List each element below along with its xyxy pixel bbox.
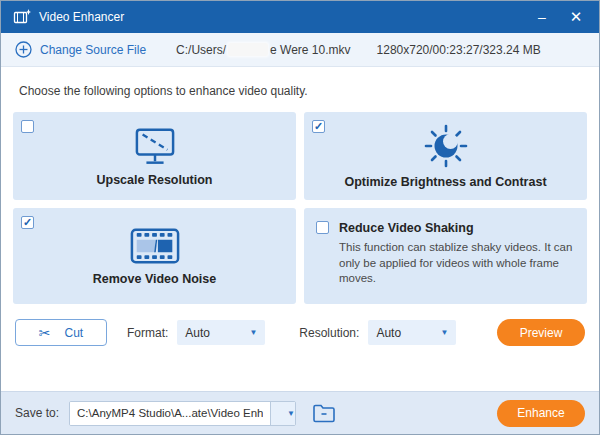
reduce-shaking-description: This function can stablize shaky videos.… (339, 240, 573, 287)
redacted-username (228, 43, 268, 56)
source-file-info: 1280x720/00:23:27/323.24 MB (377, 43, 541, 57)
option-card-upscale-resolution[interactable]: Upscale Resolution (13, 112, 296, 200)
save-path-field: ▼ (69, 401, 296, 426)
format-value: Auto (185, 326, 210, 340)
optimize-brightness-checkbox[interactable] (312, 120, 325, 133)
scissors-icon: ✂ (39, 326, 51, 340)
remove-noise-label: Remove Video Noise (93, 272, 216, 286)
save-bar: Save to: ▼ Enhance (1, 391, 599, 434)
toolbar: ✂ Cut Format: Auto ▼ Resolution: Auto ▼ … (15, 319, 585, 346)
film-strip-icon (130, 227, 180, 265)
save-path-input[interactable] (70, 402, 270, 425)
resolution-label: Resolution: (299, 326, 359, 340)
resolution-value: Auto (376, 326, 401, 340)
change-source-file-button[interactable]: Change Source File (15, 41, 146, 58)
minimize-button[interactable]: – (525, 1, 559, 33)
window-title: Video Enhancer (39, 10, 124, 24)
monitor-upscale-icon (132, 126, 178, 166)
brightness-sun-icon (424, 124, 468, 168)
upscale-resolution-label: Upscale Resolution (97, 173, 213, 187)
optimize-brightness-label: Optimize Brightness and Contrast (344, 175, 546, 189)
preview-button[interactable]: Preview (497, 319, 585, 346)
app-film-star-icon (13, 9, 31, 25)
plus-circle-icon (15, 41, 32, 58)
enhance-options-grid: Upscale Resolution (13, 112, 587, 304)
titlebar: Video Enhancer – ✕ (1, 1, 599, 33)
open-folder-button[interactable] (312, 404, 336, 423)
close-button[interactable]: ✕ (559, 1, 593, 33)
option-card-optimize-brightness[interactable]: Optimize Brightness and Contrast (304, 112, 587, 200)
cut-button[interactable]: ✂ Cut (15, 319, 107, 346)
reduce-shaking-checkbox[interactable] (316, 221, 329, 234)
source-file-path: C:/Users/e Were 10.mkv (176, 43, 351, 57)
folder-icon (312, 404, 336, 423)
upscale-resolution-checkbox[interactable] (21, 120, 34, 133)
save-path-dropdown-button[interactable]: ▼ (270, 402, 295, 425)
chevron-down-icon: ▼ (249, 328, 257, 337)
save-to-label: Save to: (15, 406, 59, 420)
option-card-reduce-shaking[interactable]: Reduce Video Shaking This function can s… (304, 208, 587, 304)
enhance-button[interactable]: Enhance (497, 400, 585, 427)
change-source-file-label: Change Source File (40, 43, 146, 57)
source-file-bar: Change Source File C:/Users/e Were 10.mk… (1, 33, 599, 67)
video-enhancer-window: Video Enhancer – ✕ Change Source File C:… (0, 0, 600, 435)
reduce-shaking-label: Reduce Video Shaking (339, 221, 573, 235)
chevron-down-icon: ▼ (440, 328, 448, 337)
chevron-down-icon: ▼ (287, 409, 295, 418)
format-dropdown[interactable]: Auto ▼ (177, 320, 265, 345)
remove-noise-checkbox[interactable] (21, 216, 34, 229)
option-card-remove-noise[interactable]: Remove Video Noise (13, 208, 296, 304)
instruction-text: Choose the following options to enhance … (19, 84, 581, 98)
resolution-dropdown[interactable]: Auto ▼ (368, 320, 456, 345)
cut-button-label: Cut (65, 326, 84, 340)
format-label: Format: (127, 326, 168, 340)
